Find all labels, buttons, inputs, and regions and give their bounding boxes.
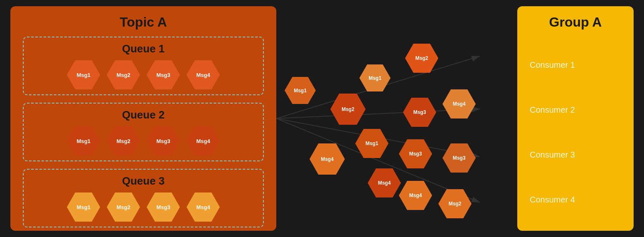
message-hex: Msg2 — [107, 126, 140, 156]
queue-box: Queue 1Msg1Msg2Msg3Msg4 — [23, 37, 264, 95]
middle-area: Msg1Msg2Msg4Msg1Msg1Msg4Msg2Msg3Msg3Msg4… — [276, 6, 517, 231]
message-hex: Msg4 — [187, 193, 220, 222]
consumer-item: Consumer 1 — [530, 56, 621, 74]
consumer-label: Consumer 1 — [530, 60, 575, 70]
consumers-list: Consumer 1Consumer 2Consumer 3Consumer 4 — [530, 42, 621, 222]
message-hex: Msg4 — [187, 126, 220, 156]
queue-messages: Msg1Msg2Msg3Msg4 — [32, 60, 255, 89]
queue-title: Queue 2 — [32, 109, 255, 121]
group-box: Group A Consumer 1Consumer 2Consumer 3Co… — [517, 6, 634, 231]
queues-container: Queue 1Msg1Msg2Msg3Msg4Queue 2Msg1Msg2Ms… — [23, 37, 264, 227]
topic-title: Topic A — [23, 15, 264, 30]
connection-lines — [276, 6, 517, 231]
queue-box: Queue 2Msg1Msg2Msg3Msg4 — [23, 103, 264, 161]
group-title: Group A — [549, 15, 602, 30]
consumer-label: Consumer 3 — [530, 150, 575, 160]
queue-box: Queue 3Msg1Msg2Msg3Msg4 — [23, 169, 264, 227]
consumer-item: Consumer 4 — [530, 191, 621, 209]
message-hex: Msg3 — [147, 126, 180, 156]
message-hex: Msg4 — [187, 60, 220, 89]
message-hex: Msg3 — [147, 193, 180, 222]
message-hex: Msg3 — [147, 60, 180, 89]
queue-messages: Msg1Msg2Msg3Msg4 — [32, 126, 255, 156]
consumer-item: Consumer 3 — [530, 146, 621, 164]
message-hex: Msg2 — [107, 60, 140, 89]
message-hex: Msg1 — [67, 126, 100, 156]
message-hex: Msg1 — [67, 193, 100, 222]
message-hex: Msg1 — [67, 60, 100, 89]
message-hex: Msg2 — [107, 193, 140, 222]
topic-box: Topic A Queue 1Msg1Msg2Msg3Msg4Queue 2Ms… — [10, 6, 276, 231]
queue-title: Queue 3 — [32, 175, 255, 188]
consumer-label: Consumer 4 — [530, 195, 575, 205]
consumer-item: Consumer 2 — [530, 101, 621, 119]
main-container: Topic A Queue 1Msg1Msg2Msg3Msg4Queue 2Ms… — [10, 4, 634, 233]
queue-title: Queue 1 — [32, 42, 255, 55]
consumer-label: Consumer 2 — [530, 105, 575, 115]
queue-messages: Msg1Msg2Msg3Msg4 — [32, 193, 255, 222]
